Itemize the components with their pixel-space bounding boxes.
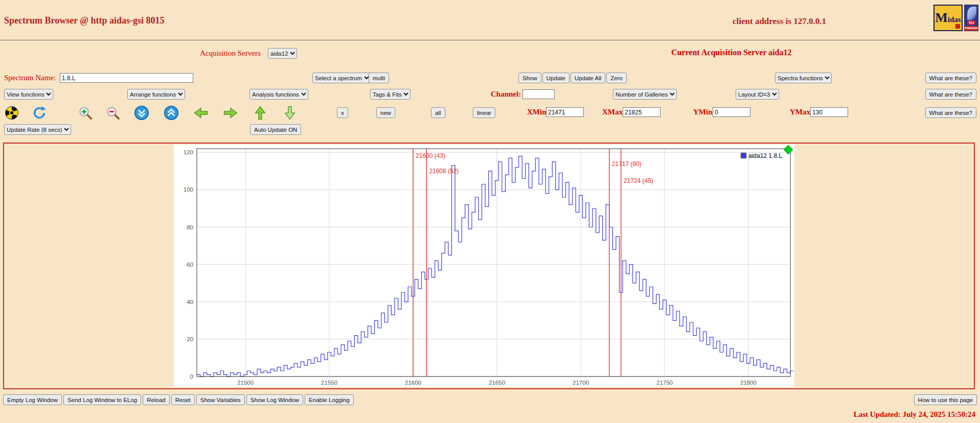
x-tick-label: 21800 <box>740 380 757 386</box>
ymin-input[interactable] <box>713 107 750 117</box>
spectra-functions-dropdown[interactable]: Spectra functions <box>775 73 832 83</box>
xmin-label: XMin <box>527 108 546 116</box>
x-tick-label: 21750 <box>656 380 673 386</box>
acquisition-server-select[interactable]: aida12 <box>268 48 297 59</box>
y-tick-label: 100 <box>184 186 193 193</box>
ymin-label: YMin <box>693 108 713 116</box>
view-functions-dropdown[interactable]: View functions <box>4 89 53 100</box>
xmax-label: XMax <box>602 108 623 116</box>
marker-label: 21600 (43) <box>416 152 445 159</box>
tags-fits-dropdown[interactable]: Tags & Fits <box>370 89 411 100</box>
send-log-elog-button[interactable]: Send Log Window to ELog <box>63 394 141 405</box>
update-rate-dropdown[interactable]: Update Rate (8 secs) <box>4 124 71 135</box>
y-tick-label: 60 <box>187 262 193 268</box>
auto-update-button[interactable]: Auto Update ON <box>250 124 301 135</box>
ymax-label: YMax <box>790 108 810 116</box>
acquisition-servers-label: Acquisition Servers <box>200 47 261 59</box>
tcl-logo[interactable]: Tcl POWERED <box>964 5 978 31</box>
new-button[interactable]: new <box>376 107 395 118</box>
pan-right-icon[interactable] <box>223 105 238 121</box>
x-button[interactable]: x <box>337 107 348 118</box>
marker-label: 21724 (45) <box>624 177 653 184</box>
what-are-these-button[interactable]: What are these? <box>925 89 976 100</box>
acquisition-row: Acquisition Servers aida12 Current Acqui… <box>0 47 980 60</box>
marker-label: 21717 (80) <box>612 160 642 168</box>
x-tick-label: 21700 <box>573 380 589 386</box>
show-log-window-button[interactable]: Show Log Window <box>246 394 303 405</box>
enable-logging-button[interactable]: Enable Logging <box>305 394 354 405</box>
shift-up-icon[interactable] <box>253 105 268 121</box>
xmax-input[interactable] <box>623 107 660 117</box>
how-to-use-button[interactable]: How to use this page <box>914 394 977 405</box>
y-tick-label: 0 <box>190 373 193 380</box>
channel-input[interactable] <box>522 89 555 99</box>
spectrum-browser-page: Spectrum Browser @ http aidas-gsi 8015 c… <box>0 0 980 423</box>
expand-y-icon[interactable] <box>164 105 179 121</box>
header: Spectrum Browser @ http aidas-gsi 8015 c… <box>0 0 980 40</box>
spectrum-row: Spectrum Name: Select a spectrum multi S… <box>0 72 980 85</box>
arrange-functions-dropdown[interactable]: Arrange functions <box>127 89 185 100</box>
analysis-functions-dropdown[interactable]: Analysis functions <box>249 89 308 100</box>
radiation-icon[interactable] <box>5 106 18 120</box>
ymax-input[interactable] <box>810 107 848 117</box>
midas-logo-accent <box>955 24 960 29</box>
reload-button[interactable]: Reload <box>143 394 169 405</box>
channel-label: Channel: <box>491 88 521 100</box>
spectrum-name-label: Spectrum Name: <box>4 72 56 84</box>
select-spectrum-dropdown[interactable]: Select a spectrum <box>312 73 371 83</box>
show-button[interactable]: Show <box>518 73 541 83</box>
number-of-galleries-dropdown[interactable]: Number of Galleries <box>613 89 677 100</box>
zero-button[interactable]: Zero <box>606 73 627 83</box>
functions-row: View functions Arrange functions Analysi… <box>0 88 980 101</box>
x-tick-label: 21500 <box>237 380 254 386</box>
y-tick-label: 120 <box>184 149 193 155</box>
current-acquisition-server: Current Acquisition Server aida12 <box>671 48 791 57</box>
toolbar-row: x new all linear XMin XMax YMin YMax Wha… <box>0 105 980 121</box>
x-tick-label: 21650 <box>489 380 505 386</box>
footer-buttons: Empty Log Window Send Log Window to ELog… <box>3 394 354 405</box>
xmin-input[interactable] <box>546 107 584 117</box>
pan-left-icon[interactable] <box>193 105 209 121</box>
plot-canvas[interactable] <box>174 145 794 387</box>
tcl-logo-text: Tcl <box>967 20 976 25</box>
logo-group: Midas Tcl POWERED <box>933 5 978 31</box>
page-title: Spectrum Browser @ http aidas-gsi 8015 <box>4 15 165 26</box>
shift-down-icon[interactable] <box>282 105 298 121</box>
layout-id-dropdown[interactable]: Layout ID=3 <box>736 89 779 100</box>
y-tick-label: 40 <box>187 299 193 305</box>
all-button[interactable]: all <box>431 107 445 118</box>
compress-y-icon[interactable] <box>134 105 149 121</box>
marker-label: 21608 (52) <box>429 168 459 175</box>
spectrum-chart[interactable]: 2150021550216002165021700217502180002040… <box>4 144 974 388</box>
linear-button[interactable]: linear <box>473 107 495 118</box>
refresh-icon[interactable] <box>32 105 47 121</box>
spectrum-gallery: 2150021550216002165021700217502180002040… <box>3 143 975 389</box>
zoom-in-icon[interactable] <box>78 105 93 121</box>
midas-logo[interactable]: Midas <box>933 5 963 31</box>
client-address: client address is 127.0.0.1 <box>733 16 826 27</box>
legend-label: aida12 1.8.L <box>748 152 782 159</box>
spectrum-name-input[interactable] <box>60 73 193 83</box>
last-updated: Last Updated: July 24, 2025 15:50:24 <box>854 410 975 419</box>
tcl-powered-text: POWERED <box>965 26 978 31</box>
y-tick-label: 20 <box>187 336 193 342</box>
zoom-out-icon[interactable] <box>105 105 121 121</box>
update-button[interactable]: Update <box>542 73 569 83</box>
tcl-feather-icon <box>967 7 976 20</box>
what-are-these-button[interactable]: What are these? <box>925 73 976 83</box>
show-variables-button[interactable]: Show Variables <box>196 394 245 405</box>
empty-log-window-button[interactable]: Empty Log Window <box>3 394 62 405</box>
legend-swatch <box>741 153 746 158</box>
reset-button[interactable]: Reset <box>171 394 195 405</box>
what-are-these-button[interactable]: What are these? <box>925 107 976 118</box>
y-tick-label: 80 <box>187 224 193 230</box>
x-tick-label: 21600 <box>405 380 421 386</box>
multi-button[interactable]: multi <box>369 73 389 83</box>
update-row: Update Rate (8 secs) Auto Update ON <box>0 124 980 136</box>
x-tick-label: 21550 <box>321 380 337 386</box>
update-all-button[interactable]: Update All <box>571 73 605 83</box>
